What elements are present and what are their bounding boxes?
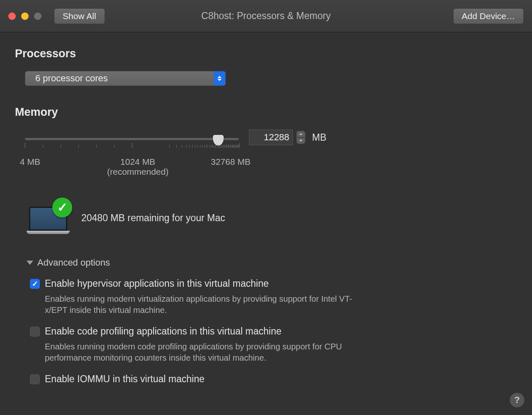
memory-heading: Memory (15, 106, 517, 119)
iommu-label[interactable]: Enable IOMMU in this virtual machine (45, 374, 517, 385)
advanced-options-disclosure[interactable]: Advanced options (27, 257, 517, 268)
content-pane: Processors 6 processor cores Memory (0, 32, 532, 415)
window-controls (8, 12, 41, 20)
memory-recommended-label: 1024 MB (107, 157, 168, 167)
slider-ticks (25, 142, 239, 148)
profiling-label[interactable]: Enable code profiling applications in th… (45, 326, 517, 337)
profiling-description: Enables running modern code profiling ap… (45, 341, 360, 364)
zoom-window-button[interactable] (34, 12, 41, 20)
advanced-options-label: Advanced options (37, 257, 110, 268)
memory-stepper[interactable] (296, 131, 305, 144)
memory-stepper-down[interactable] (296, 137, 305, 144)
up-down-icon (214, 71, 225, 85)
hypervisor-description: Enables running modern virtualization ap… (45, 293, 360, 316)
show-all-button[interactable]: Show All (54, 8, 105, 24)
minimize-window-button[interactable] (21, 12, 29, 20)
memory-min-label: 4 MB (20, 157, 40, 167)
disclosure-triangle-icon (27, 261, 33, 265)
checkmark-badge-icon: ✓ (52, 198, 72, 217)
hypervisor-label[interactable]: Enable hypervisor applications in this v… (45, 278, 517, 289)
window-title: C8host: Processors & Memory (201, 10, 331, 22)
iommu-checkbox[interactable] (30, 374, 40, 384)
profiling-checkbox[interactable] (30, 327, 40, 337)
memory-recommended-sublabel: (recommended) (107, 167, 168, 177)
memory-stepper-up[interactable] (296, 131, 305, 137)
processors-heading: Processors (15, 47, 517, 60)
processor-cores-select[interactable]: 6 processor cores (25, 71, 226, 86)
help-button[interactable]: ? (510, 393, 525, 408)
add-device-button[interactable]: Add Device… (453, 8, 524, 24)
memory-slider[interactable] (25, 134, 239, 140)
memory-unit-label: MB (312, 132, 327, 143)
processor-cores-value: 6 processor cores (25, 73, 108, 84)
mac-remaining-icon: ✓ (27, 200, 70, 236)
memory-input[interactable] (249, 129, 293, 145)
close-window-button[interactable] (8, 12, 16, 20)
memory-remaining-text: 20480 MB remaining for your Mac (81, 212, 225, 224)
hypervisor-checkbox[interactable] (30, 279, 40, 289)
memory-max-label: 32768 MB (211, 157, 251, 167)
titlebar: Show All C8host: Processors & Memory Add… (0, 0, 532, 32)
